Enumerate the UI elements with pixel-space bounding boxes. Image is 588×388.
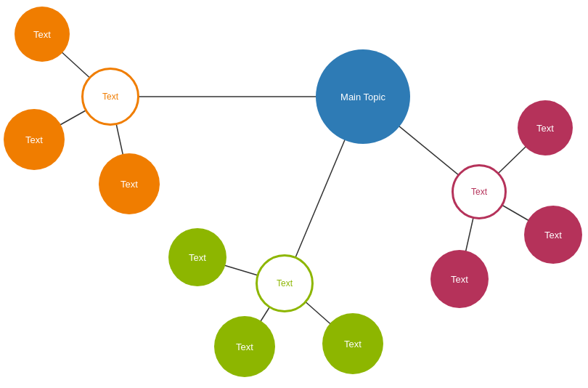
node-p-hub[interactable]: Text [452,164,507,219]
node-label-g2: Text [236,341,253,352]
node-g1[interactable]: Text [168,228,226,286]
node-label-o-hub: Text [102,92,118,102]
node-o2[interactable]: Text [4,109,65,170]
node-g3[interactable]: Text [322,313,383,374]
node-label-p2: Text [544,230,562,241]
node-label-o1: Text [33,29,51,40]
node-o3[interactable]: Text [99,153,160,214]
node-label-main: Main Topic [340,92,385,102]
node-g-hub[interactable]: Text [256,254,314,312]
node-label-o2: Text [25,134,43,145]
node-o-hub[interactable]: Text [81,68,139,126]
node-label-p1: Text [536,123,554,134]
node-g2[interactable]: Text [214,316,275,377]
node-label-p-hub: Text [471,187,487,197]
node-label-g-hub: Text [277,278,293,288]
node-p3[interactable]: Text [430,250,489,308]
mind-map-canvas: Main TopicTextTextTextTextTextTextTextTe… [0,0,588,388]
node-label-o3: Text [121,179,138,190]
node-p2[interactable]: Text [524,206,582,264]
node-main[interactable]: Main Topic [316,49,410,144]
node-label-g1: Text [189,252,206,263]
node-label-p3: Text [451,274,468,285]
node-o1[interactable]: Text [15,7,70,62]
node-label-g3: Text [344,339,362,349]
node-p1[interactable]: Text [518,100,573,155]
